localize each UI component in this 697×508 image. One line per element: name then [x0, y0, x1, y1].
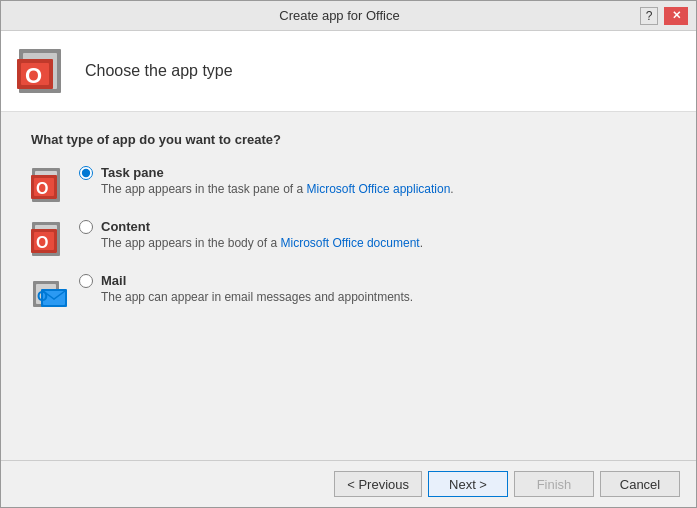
title-bar-controls: ? ✕ — [640, 7, 688, 25]
content-desc: The app appears in the body of a Microso… — [101, 236, 423, 250]
mail-desc: The app can appear in email messages and… — [101, 290, 413, 304]
mail-label-row: Mail — [79, 273, 413, 288]
content-title[interactable]: Content — [101, 219, 150, 234]
taskpane-label-row: Task pane — [79, 165, 454, 180]
content-label-row: Content — [79, 219, 423, 234]
help-button[interactable]: ? — [640, 7, 658, 25]
content-link[interactable]: Microsoft Office document — [280, 236, 419, 250]
mail-radio[interactable] — [79, 274, 93, 288]
taskpane-radio[interactable] — [79, 166, 93, 180]
svg-text:O: O — [25, 63, 42, 88]
taskpane-desc: The app appears in the task pane of a Mi… — [101, 182, 454, 196]
next-button[interactable]: Next > — [428, 471, 508, 497]
header-title: Choose the app type — [85, 62, 233, 80]
taskpane-link[interactable]: Microsoft Office application — [306, 182, 450, 196]
content-icon: O — [31, 221, 69, 259]
main-window: Create app for Office ? ✕ O Choose the a… — [0, 0, 697, 508]
finish-button[interactable]: Finish — [514, 471, 594, 497]
close-button[interactable]: ✕ — [664, 7, 688, 25]
office-logo: O — [17, 45, 69, 97]
content-area: What type of app do you want to create? … — [1, 112, 696, 460]
previous-button[interactable]: < Previous — [334, 471, 422, 497]
footer-section: < Previous Next > Finish Cancel — [1, 460, 696, 507]
taskpane-icon: O — [31, 167, 69, 205]
content-radio[interactable] — [79, 220, 93, 234]
svg-text:O: O — [36, 234, 48, 251]
cancel-button[interactable]: Cancel — [600, 471, 680, 497]
option-row-taskpane: O Task pane The app appears in the task … — [31, 165, 666, 205]
mail-option-content: Mail The app can appear in email message… — [79, 273, 413, 304]
taskpane-title[interactable]: Task pane — [101, 165, 164, 180]
header-section: O Choose the app type — [1, 31, 696, 112]
option-row-mail: O Mail The app can appear in email messa… — [31, 273, 666, 313]
title-bar: Create app for Office ? ✕ — [1, 1, 696, 31]
question-label: What type of app do you want to create? — [31, 132, 666, 147]
window-title: Create app for Office — [39, 8, 640, 23]
content-option-content: Content The app appears in the body of a… — [79, 219, 423, 250]
option-row-content: O Content The app appears in the body of… — [31, 219, 666, 259]
svg-text:O: O — [36, 180, 48, 197]
mail-title[interactable]: Mail — [101, 273, 126, 288]
taskpane-option-content: Task pane The app appears in the task pa… — [79, 165, 454, 196]
mail-icon: O — [31, 275, 69, 313]
svg-text:O: O — [37, 288, 48, 304]
